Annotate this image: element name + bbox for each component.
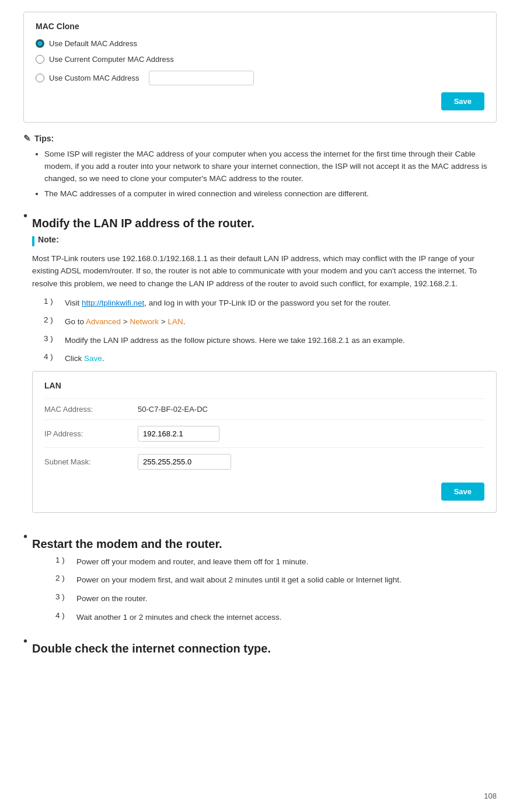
radio-current[interactable] — [36, 55, 44, 64]
restart-step-4-text: Wait another 1 or 2 minutes and check th… — [76, 611, 281, 624]
note-text: Most TP-Link routers use 192.168.0.1/192… — [32, 252, 497, 290]
tips-header: ✎ Tips: — [23, 133, 497, 144]
network-link: Network — [130, 317, 159, 326]
lan-ip-label: IP Address: — [44, 429, 138, 438]
lan-ip-row: IP Address: — [44, 419, 484, 447]
modify-lan-bullet: • — [23, 209, 27, 223]
lan-title: LAN — [44, 381, 484, 390]
tips-icon: ✎ — [23, 133, 31, 144]
radio-default-label: Use Default MAC Address — [49, 39, 137, 48]
step-4-num: 4 ) — [44, 352, 60, 365]
step-3-text: Modify the LAN IP address as the follow … — [65, 334, 405, 347]
mac-clone-section: MAC Clone Use Default MAC Address Use Cu… — [23, 12, 497, 123]
lan-section: LAN MAC Address: 50-C7-BF-02-EA-DC IP Ad… — [32, 371, 497, 513]
lan-save-button[interactable]: Save — [441, 483, 484, 501]
note-bar — [32, 236, 34, 247]
double-check-section: • Double check the internet connection t… — [23, 634, 497, 660]
lan-subnet-label: Subnet Mask: — [44, 457, 138, 466]
radio-custom-label: Use Custom MAC Address — [49, 74, 139, 82]
page-number: 108 — [484, 792, 497, 800]
note-section: Note: Most TP-Link routers use 192.168.0… — [32, 235, 497, 290]
step-1-after: , and log in with your TP-Link ID or the… — [144, 299, 390, 307]
restart-modem-section: • Restart the modem and the router. 1 ) … — [23, 529, 497, 629]
double-check-heading: Double check the internet connection typ… — [32, 642, 497, 655]
lan-link: LAN — [167, 317, 183, 326]
modify-lan-section: • Modify the LAN IP address of the route… — [23, 209, 497, 523]
lan-subnet-select[interactable]: 255.255.255.0 — [138, 454, 231, 470]
radio-custom[interactable] — [36, 74, 44, 82]
step-2-text: Go to Advanced > Network > LAN. — [65, 315, 185, 328]
custom-mac-input[interactable] — [149, 71, 254, 85]
radio-default[interactable] — [36, 39, 44, 48]
lan-subnet-row: Subnet Mask: 255.255.255.0 — [44, 447, 484, 476]
restart-step-2-text: Power on your modem first, and wait abou… — [76, 574, 402, 587]
restart-step-2: 2 ) Power on your modem first, and wait … — [44, 574, 497, 587]
step-4: 4 ) Click Save. — [32, 352, 497, 365]
tips-list: Some ISP will register the MAC address o… — [23, 148, 497, 200]
restart-step-4-num: 4 ) — [55, 611, 72, 624]
modify-lan-heading: Modify the LAN IP address of the router. — [32, 217, 497, 230]
step-3-num: 3 ) — [44, 334, 60, 347]
restart-step-3-num: 3 ) — [55, 592, 72, 605]
step-3: 3 ) Modify the LAN IP address as the fol… — [32, 334, 497, 347]
mac-clone-title: MAC Clone — [36, 22, 484, 31]
restart-step-1: 1 ) Power off your modem and router, and… — [44, 556, 497, 568]
radio-row-current: Use Current Computer MAC Address — [36, 55, 484, 64]
step-2: 2 ) Go to Advanced > Network > LAN. — [32, 315, 497, 328]
restart-step-1-text: Power off your modem and router, and lea… — [76, 556, 308, 568]
lan-ip-input[interactable] — [138, 426, 219, 442]
lan-mac-label: MAC Address: — [44, 405, 138, 414]
tips-label: Tips: — [34, 134, 54, 143]
restart-step-3: 3 ) Power on the router. — [44, 592, 497, 605]
step-4-after: . — [102, 354, 104, 363]
save-text-ref: Save — [84, 354, 102, 363]
mac-save-row: Save — [36, 92, 484, 110]
radio-current-label: Use Current Computer MAC Address — [49, 55, 174, 64]
radio-row-default: Use Default MAC Address — [36, 39, 484, 48]
step-4-text: Click Save. — [65, 352, 104, 365]
mac-save-button[interactable]: Save — [441, 92, 484, 110]
step-2-num: 2 ) — [44, 315, 60, 328]
radio-row-custom: Use Custom MAC Address — [36, 71, 484, 85]
restart-step-3-text: Power on the router. — [76, 592, 148, 605]
tips-section: ✎ Tips: Some ISP will register the MAC a… — [23, 133, 497, 200]
tplinkwifi-link[interactable]: http://tplinkwifi.net — [82, 299, 144, 307]
lan-mac-value: 50-C7-BF-02-EA-DC — [138, 405, 208, 414]
tips-item-1: Some ISP will register the MAC address o… — [44, 148, 497, 185]
step-1-text: Visit http://tplinkwifi.net, and log in … — [65, 297, 391, 310]
restart-steps: 1 ) Power off your modem and router, and… — [32, 556, 497, 623]
restart-step-2-num: 2 ) — [55, 574, 72, 587]
note-label: Note: — [38, 235, 59, 244]
lan-mac-row: MAC Address: 50-C7-BF-02-EA-DC — [44, 398, 484, 419]
restart-heading: Restart the modem and the router. — [32, 537, 497, 551]
lan-subnet-wrapper: 255.255.255.0 — [138, 454, 231, 470]
advanced-link: Advanced — [86, 317, 121, 326]
restart-step-1-num: 1 ) — [55, 556, 72, 568]
restart-bullet: • — [23, 529, 27, 543]
step-1-num: 1 ) — [44, 297, 60, 310]
restart-step-4: 4 ) Wait another 1 or 2 minutes and chec… — [44, 611, 497, 624]
double-check-bullet: • — [23, 634, 27, 648]
step-1: 1 ) Visit http://tplinkwifi.net, and log… — [32, 297, 497, 310]
lan-save-row: Save — [44, 483, 484, 501]
note-box: Note: — [32, 235, 497, 247]
tips-item-2: The MAC addresses of a computer in wired… — [44, 188, 497, 200]
